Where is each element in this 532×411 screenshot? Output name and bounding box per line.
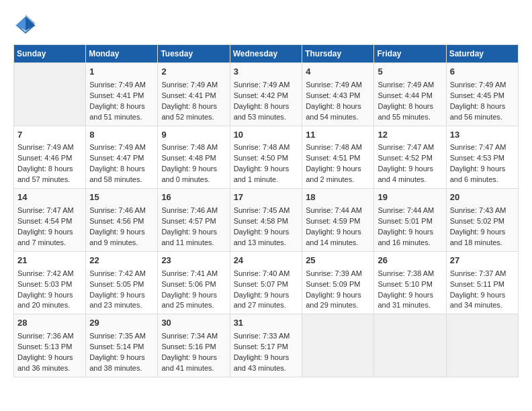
day-number: 22 (89, 255, 154, 267)
sunset-text: Sunset: 4:48 PM (161, 153, 226, 164)
calendar-week-row: 14Sunrise: 7:47 AMSunset: 4:54 PMDayligh… (14, 189, 519, 252)
sunrise-text: Sunrise: 7:49 AM (234, 80, 299, 91)
daylight-text: Daylight: 9 hours and 6 minutes. (450, 164, 515, 185)
calendar-day-cell (446, 314, 518, 377)
day-number: 27 (450, 255, 515, 267)
day-number: 18 (306, 191, 370, 204)
sunrise-text: Sunrise: 7:49 AM (161, 80, 226, 91)
calendar-day-cell: 22Sunrise: 7:42 AMSunset: 5:05 PMDayligh… (86, 251, 158, 314)
calendar-day-cell: 19Sunrise: 7:44 AMSunset: 5:01 PMDayligh… (374, 189, 446, 252)
daylight-text: Daylight: 8 hours and 58 minutes. (89, 164, 154, 185)
sunset-text: Sunset: 5:10 PM (378, 279, 442, 290)
day-number: 15 (89, 191, 154, 204)
daylight-text: Daylight: 8 hours and 57 minutes. (17, 164, 82, 185)
sunrise-text: Sunrise: 7:39 AM (306, 269, 370, 279)
calendar-day-cell (14, 63, 86, 126)
daylight-text: Daylight: 9 hours and 4 minutes. (378, 164, 442, 185)
sunset-text: Sunset: 4:59 PM (306, 216, 370, 227)
sunset-text: Sunset: 5:01 PM (378, 216, 442, 227)
calendar-day-cell: 23Sunrise: 7:41 AMSunset: 5:06 PMDayligh… (158, 251, 230, 314)
day-number: 10 (234, 129, 299, 142)
sunrise-text: Sunrise: 7:48 AM (234, 142, 299, 153)
calendar-day-cell: 31Sunrise: 7:33 AMSunset: 5:17 PMDayligh… (230, 314, 302, 377)
day-of-week-header: Saturday (446, 45, 518, 63)
daylight-text: Daylight: 8 hours and 52 minutes. (161, 101, 226, 123)
sunrise-text: Sunrise: 7:48 AM (306, 142, 370, 153)
day-number: 23 (161, 255, 226, 267)
sunset-text: Sunset: 5:03 PM (17, 279, 82, 290)
calendar-week-row: 21Sunrise: 7:42 AMSunset: 5:03 PMDayligh… (14, 251, 519, 314)
calendar-day-cell: 26Sunrise: 7:38 AMSunset: 5:10 PMDayligh… (374, 251, 446, 314)
sunset-text: Sunset: 5:07 PM (234, 279, 299, 290)
calendar-day-cell: 6Sunrise: 7:49 AMSunset: 4:45 PMDaylight… (446, 63, 518, 126)
sunrise-text: Sunrise: 7:35 AM (89, 331, 154, 342)
day-of-week-header: Wednesday (230, 45, 302, 63)
sunset-text: Sunset: 4:57 PM (161, 216, 226, 227)
calendar-day-cell: 16Sunrise: 7:46 AMSunset: 4:57 PMDayligh… (158, 189, 230, 252)
day-number: 4 (306, 66, 370, 79)
calendar-day-cell: 30Sunrise: 7:34 AMSunset: 5:16 PMDayligh… (158, 314, 230, 377)
calendar-day-cell: 2Sunrise: 7:49 AMSunset: 4:41 PMDaylight… (158, 63, 230, 126)
day-number: 6 (450, 66, 515, 79)
calendar-day-cell: 1Sunrise: 7:49 AMSunset: 4:41 PMDaylight… (86, 63, 158, 126)
calendar-table: SundayMondayTuesdayWednesdayThursdayFrid… (13, 44, 519, 377)
day-of-week-header: Friday (374, 45, 446, 63)
day-number: 5 (378, 66, 442, 79)
sunset-text: Sunset: 4:58 PM (234, 216, 299, 227)
sunset-text: Sunset: 4:43 PM (306, 91, 370, 101)
day-of-week-header: Thursday (302, 45, 374, 63)
day-number: 16 (161, 191, 226, 204)
daylight-text: Daylight: 9 hours and 43 minutes. (234, 353, 299, 374)
sunrise-text: Sunrise: 7:49 AM (89, 142, 154, 153)
sunset-text: Sunset: 5:02 PM (450, 216, 515, 227)
sunset-text: Sunset: 5:17 PM (234, 342, 299, 353)
day-number: 29 (89, 317, 154, 330)
calendar-day-cell: 8Sunrise: 7:49 AMSunset: 4:47 PMDaylight… (86, 126, 158, 189)
calendar-day-cell: 3Sunrise: 7:49 AMSunset: 4:42 PMDaylight… (230, 63, 302, 126)
daylight-text: Daylight: 9 hours and 16 minutes. (378, 227, 442, 248)
calendar-day-cell: 12Sunrise: 7:47 AMSunset: 4:52 PMDayligh… (374, 126, 446, 189)
daylight-text: Daylight: 8 hours and 55 minutes. (378, 101, 442, 123)
sunrise-text: Sunrise: 7:37 AM (450, 269, 515, 279)
daylight-text: Daylight: 9 hours and 14 minutes. (306, 227, 370, 248)
daylight-text: Daylight: 9 hours and 36 minutes. (17, 353, 82, 374)
day-number: 8 (89, 129, 154, 142)
sunset-text: Sunset: 4:54 PM (17, 216, 82, 227)
day-number: 1 (89, 66, 154, 79)
day-number: 26 (378, 255, 442, 267)
day-number: 13 (450, 129, 515, 142)
calendar-day-cell: 15Sunrise: 7:46 AMSunset: 4:56 PMDayligh… (86, 189, 158, 252)
sunrise-text: Sunrise: 7:45 AM (234, 205, 299, 216)
sunrise-text: Sunrise: 7:49 AM (306, 80, 370, 91)
sunset-text: Sunset: 4:52 PM (378, 153, 442, 164)
sunset-text: Sunset: 5:11 PM (450, 279, 515, 290)
sunrise-text: Sunrise: 7:42 AM (89, 269, 154, 279)
day-number: 12 (378, 129, 442, 142)
calendar-day-cell: 28Sunrise: 7:36 AMSunset: 5:13 PMDayligh… (14, 314, 86, 377)
sunset-text: Sunset: 5:05 PM (89, 279, 154, 290)
sunrise-text: Sunrise: 7:41 AM (161, 269, 226, 279)
page-header (13, 13, 519, 38)
day-number: 25 (306, 255, 370, 267)
day-number: 31 (234, 317, 299, 330)
day-number: 24 (234, 255, 299, 267)
logo-icon (13, 13, 38, 38)
sunrise-text: Sunrise: 7:40 AM (234, 269, 299, 279)
sunset-text: Sunset: 4:45 PM (450, 91, 515, 101)
calendar-day-cell: 7Sunrise: 7:49 AMSunset: 4:46 PMDaylight… (14, 126, 86, 189)
calendar-day-cell: 9Sunrise: 7:48 AMSunset: 4:48 PMDaylight… (158, 126, 230, 189)
sunset-text: Sunset: 4:47 PM (89, 153, 154, 164)
calendar-day-cell: 5Sunrise: 7:49 AMSunset: 4:44 PMDaylight… (374, 63, 446, 126)
calendar-day-cell: 24Sunrise: 7:40 AMSunset: 5:07 PMDayligh… (230, 251, 302, 314)
logo (13, 13, 42, 38)
daylight-text: Daylight: 9 hours and 20 minutes. (17, 290, 82, 312)
sunset-text: Sunset: 4:53 PM (450, 153, 515, 164)
calendar-week-row: 7Sunrise: 7:49 AMSunset: 4:46 PMDaylight… (14, 126, 519, 189)
sunrise-text: Sunrise: 7:47 AM (17, 205, 82, 216)
daylight-text: Daylight: 9 hours and 29 minutes. (306, 290, 370, 312)
calendar-day-cell: 27Sunrise: 7:37 AMSunset: 5:11 PMDayligh… (446, 251, 518, 314)
sunrise-text: Sunrise: 7:49 AM (450, 80, 515, 91)
day-number: 2 (161, 66, 226, 79)
sunset-text: Sunset: 5:09 PM (306, 279, 370, 290)
calendar-day-cell: 21Sunrise: 7:42 AMSunset: 5:03 PMDayligh… (14, 251, 86, 314)
